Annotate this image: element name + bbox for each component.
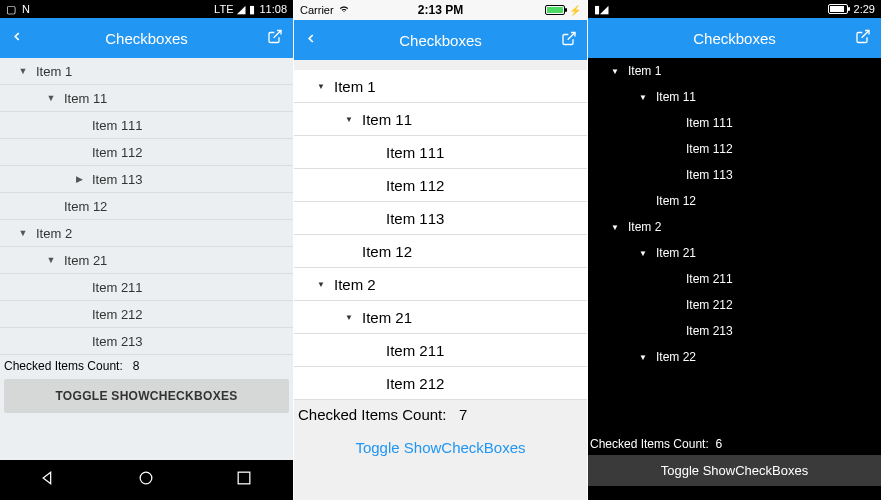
android-statusbar: ▢ N LTE ◢ ▮ 11:08 bbox=[0, 0, 293, 18]
chevron-down-icon[interactable]: ▼ bbox=[608, 67, 622, 76]
tree-row[interactable]: ▼Item 2 bbox=[294, 268, 587, 301]
tree-item-label: Item 112 bbox=[92, 145, 143, 160]
status-time: 11:08 bbox=[259, 3, 287, 15]
external-link-button[interactable] bbox=[267, 29, 283, 48]
tree-row[interactable]: Item 12 bbox=[0, 193, 293, 220]
page-title: Checkboxes bbox=[693, 30, 776, 47]
tree-item-label: Item 12 bbox=[64, 199, 107, 214]
charging-icon: ⚡ bbox=[569, 5, 581, 16]
tree-item-label: Item 11 bbox=[64, 91, 107, 106]
tree-item-label: Item 112 bbox=[686, 142, 733, 156]
android-home-button[interactable] bbox=[136, 468, 156, 492]
tree-row[interactable]: Item 213 bbox=[0, 328, 293, 355]
tree-row[interactable]: Item 113 bbox=[588, 162, 881, 188]
tree-item-label: Item 211 bbox=[686, 272, 733, 286]
chevron-down-icon[interactable]: ▼ bbox=[608, 223, 622, 232]
tree-row[interactable]: ▼Item 2 bbox=[588, 214, 881, 240]
wp-statusbar: ▮◢ 2:29 bbox=[588, 0, 881, 18]
chevron-down-icon[interactable]: ▼ bbox=[44, 255, 58, 265]
ios-statusbar: Carrier 2:13 PM ⚡ bbox=[294, 0, 587, 20]
back-button[interactable] bbox=[304, 30, 318, 51]
checked-count-value: 6 bbox=[715, 437, 722, 451]
tree-row[interactable]: Item 111 bbox=[0, 112, 293, 139]
tree-row[interactable]: ▼Item 21 bbox=[588, 240, 881, 266]
chevron-down-icon[interactable]: ▼ bbox=[16, 66, 30, 76]
tree-row[interactable]: Item 111 bbox=[294, 136, 587, 169]
android-recent-button[interactable] bbox=[234, 468, 254, 492]
navbar: Checkboxes bbox=[0, 18, 293, 58]
tree-row[interactable]: Item 212 bbox=[294, 367, 587, 400]
checked-count-label: Checked Items Count: bbox=[298, 406, 446, 423]
chevron-down-icon[interactable]: ▼ bbox=[314, 280, 328, 289]
tree-item-label: Item 1 bbox=[36, 64, 72, 79]
tree-row[interactable]: ▼Item 1 bbox=[588, 58, 881, 84]
tree-item-label: Item 2 bbox=[334, 276, 376, 293]
tree-item-label: Item 213 bbox=[686, 324, 733, 338]
tree-row[interactable]: ▼Item 11 bbox=[0, 85, 293, 112]
tree-item-label: Item 113 bbox=[92, 172, 143, 187]
tree-row[interactable]: Item 211 bbox=[294, 334, 587, 367]
tree-row[interactable]: Item 112 bbox=[588, 136, 881, 162]
external-link-button[interactable] bbox=[855, 29, 871, 48]
lte-indicator: LTE bbox=[214, 3, 233, 15]
tree-row[interactable]: Item 12 bbox=[294, 235, 587, 268]
tree-row[interactable]: ▼Item 11 bbox=[588, 84, 881, 110]
chevron-down-icon[interactable]: ▼ bbox=[636, 249, 650, 258]
android-back-button[interactable] bbox=[39, 468, 59, 492]
tree-row[interactable]: Item 112 bbox=[294, 169, 587, 202]
svg-rect-2 bbox=[238, 472, 250, 484]
tree-item-label: Item 11 bbox=[656, 90, 696, 104]
tree-row[interactable]: ▼Item 1 bbox=[0, 58, 293, 85]
tree-item-label: Item 111 bbox=[386, 144, 444, 161]
chevron-right-icon[interactable]: ▶ bbox=[72, 174, 86, 184]
tree-item-label: Item 2 bbox=[628, 220, 661, 234]
android-navbar bbox=[0, 460, 293, 500]
tree-row[interactable]: Item 111 bbox=[588, 110, 881, 136]
tree-item-label: Item 21 bbox=[64, 253, 107, 268]
tree-item-label: Item 212 bbox=[686, 298, 733, 312]
checked-count-value: 8 bbox=[133, 359, 140, 373]
wifi-icon bbox=[338, 4, 350, 16]
tree-row[interactable]: Item 112 bbox=[0, 139, 293, 166]
checked-count-value: 7 bbox=[459, 406, 467, 423]
tree-row[interactable]: ▼Item 21 bbox=[0, 247, 293, 274]
tree-row[interactable]: Item 211 bbox=[0, 274, 293, 301]
android-phone: ▢ N LTE ◢ ▮ 11:08 Checkboxes ▼Item 1▼Ite… bbox=[0, 0, 293, 500]
chevron-down-icon[interactable]: ▼ bbox=[314, 82, 328, 91]
svg-point-1 bbox=[141, 472, 153, 484]
tree-row[interactable]: Item 213 bbox=[588, 318, 881, 344]
toggle-showcheckboxes-button[interactable]: TOGGLE SHOWCHECKBOXES bbox=[4, 379, 289, 413]
statusbar-left-icons: ▢ N bbox=[6, 3, 30, 16]
svg-line-4 bbox=[862, 31, 869, 38]
external-link-button[interactable] bbox=[561, 31, 577, 50]
tree-row[interactable]: Item 212 bbox=[0, 301, 293, 328]
tree-row[interactable]: ▼Item 22 bbox=[588, 344, 881, 370]
tree-row[interactable]: ▼Item 1 bbox=[294, 70, 587, 103]
chevron-down-icon[interactable]: ▼ bbox=[16, 228, 30, 238]
tree-row[interactable]: Item 12 bbox=[588, 188, 881, 214]
chevron-down-icon[interactable]: ▼ bbox=[636, 353, 650, 362]
chevron-down-icon[interactable]: ▼ bbox=[636, 93, 650, 102]
tree-item-label: Item 111 bbox=[92, 118, 143, 133]
checked-count-label: Checked Items Count: bbox=[590, 437, 709, 451]
tree-row[interactable]: Item 113 bbox=[294, 202, 587, 235]
ios-phone: Carrier 2:13 PM ⚡ Checkboxes ▼Item 1▼Ite… bbox=[294, 0, 587, 500]
back-button[interactable] bbox=[10, 28, 24, 49]
tree-item-label: Item 212 bbox=[92, 307, 143, 322]
signal-icon: ▮◢ bbox=[594, 3, 608, 16]
checked-count-line: Checked Items Count: 7 bbox=[294, 400, 587, 429]
tree-item-label: Item 11 bbox=[362, 111, 412, 128]
chevron-down-icon[interactable]: ▼ bbox=[342, 313, 356, 322]
tree-row[interactable]: ▼Item 11 bbox=[294, 103, 587, 136]
chevron-down-icon[interactable]: ▼ bbox=[342, 115, 356, 124]
tree-row[interactable]: ▼Item 21 bbox=[294, 301, 587, 334]
tree-item-label: Item 212 bbox=[386, 375, 444, 392]
chevron-down-icon[interactable]: ▼ bbox=[44, 93, 58, 103]
tree-row[interactable]: Item 212 bbox=[588, 292, 881, 318]
battery-icon bbox=[828, 4, 848, 14]
tree-row[interactable]: ▼Item 2 bbox=[0, 220, 293, 247]
tree-row[interactable]: ▶Item 113 bbox=[0, 166, 293, 193]
toggle-showcheckboxes-button[interactable]: Toggle ShowCheckBoxes bbox=[588, 455, 881, 486]
toggle-showcheckboxes-button[interactable]: Toggle ShowCheckBoxes bbox=[294, 429, 587, 466]
tree-row[interactable]: Item 211 bbox=[588, 266, 881, 292]
